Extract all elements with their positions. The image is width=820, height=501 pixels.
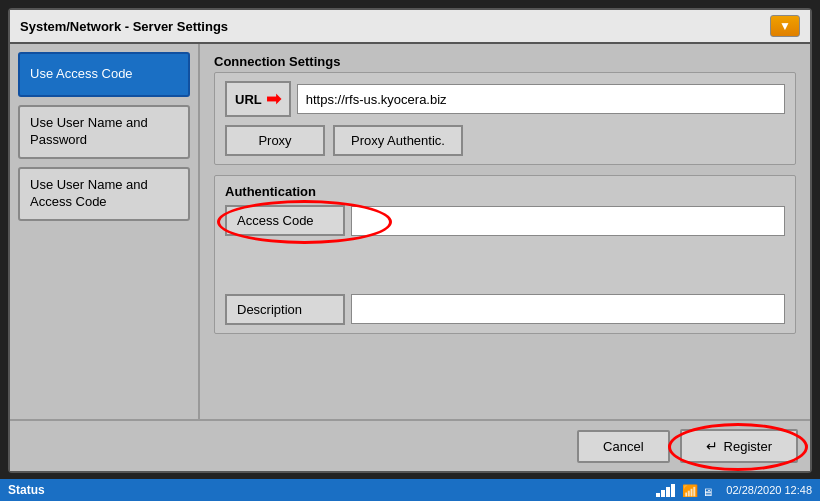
sidebar-btn-access-code[interactable]: Use Access Code: [18, 52, 190, 97]
content-area: Connection Settings URL ➡ Proxy Proxy Au…: [200, 44, 810, 419]
url-label: URL: [235, 92, 262, 107]
svg-rect-2: [666, 487, 670, 497]
svg-rect-1: [661, 490, 665, 497]
access-code-input[interactable]: [351, 206, 785, 236]
spacer-1: [225, 242, 785, 266]
sidebar-btn-username-access-code[interactable]: Use User Name and Access Code: [18, 167, 190, 221]
cancel-button[interactable]: Cancel: [577, 430, 669, 463]
register-inner: ↵ Register: [706, 438, 772, 454]
main-window: System/Network - Server Settings Use Acc…: [8, 8, 812, 473]
sidebar-btn-username-password[interactable]: Use User Name and Password: [18, 105, 190, 159]
connection-settings-label: Connection Settings: [214, 54, 796, 69]
access-code-label: Access Code: [225, 205, 345, 236]
proxy-row: Proxy Proxy Authentic.: [225, 125, 785, 156]
register-label: Register: [724, 439, 772, 454]
svg-text:🖥: 🖥: [702, 486, 713, 497]
network-icon: 🖥: [702, 483, 720, 497]
svg-rect-0: [656, 493, 660, 497]
register-button[interactable]: ↵ Register: [680, 429, 798, 463]
url-input[interactable]: [297, 84, 785, 114]
svg-rect-3: [671, 484, 675, 497]
status-icons: 📶 🖥: [656, 483, 720, 497]
description-label: Description: [225, 294, 345, 325]
svg-text:📶: 📶: [682, 483, 699, 497]
connection-settings-section: Connection Settings URL ➡ Proxy Proxy Au…: [214, 54, 796, 165]
spacer-2: [225, 266, 785, 290]
sidebar: Use Access Code Use User Name and Passwo…: [10, 44, 200, 419]
description-row: Description: [225, 294, 785, 325]
url-button[interactable]: URL ➡: [225, 81, 291, 117]
footer: Cancel ↵ Register: [10, 419, 810, 471]
wifi-icon: 📶: [682, 483, 700, 497]
access-code-row: Access Code: [225, 205, 785, 236]
status-label: Status: [8, 483, 45, 497]
authentication-label: Authentication: [225, 184, 785, 199]
authentication-box: Authentication Access Code Description: [214, 175, 796, 334]
signal-bars-icon: [656, 483, 680, 497]
status-datetime: 02/28/2020 12:48: [726, 484, 812, 496]
enter-icon: ↵: [706, 438, 718, 454]
arrow-right-icon: ➡: [266, 88, 281, 110]
authentication-section: Authentication Access Code Description: [214, 175, 796, 334]
proxy-authentic-button[interactable]: Proxy Authentic.: [333, 125, 463, 156]
status-right: 📶 🖥 02/28/2020 12:48: [656, 483, 812, 497]
window-title: System/Network - Server Settings: [20, 19, 228, 34]
title-bar-dropdown-icon[interactable]: [770, 15, 800, 37]
description-input[interactable]: [351, 294, 785, 324]
proxy-button[interactable]: Proxy: [225, 125, 325, 156]
title-bar: System/Network - Server Settings: [10, 10, 810, 44]
connection-settings-box: URL ➡ Proxy Proxy Authentic.: [214, 72, 796, 165]
url-row: URL ➡: [225, 81, 785, 117]
main-content: Use Access Code Use User Name and Passwo…: [10, 44, 810, 419]
status-bar: Status 📶 🖥 02/28/2020 12:48: [0, 479, 820, 501]
